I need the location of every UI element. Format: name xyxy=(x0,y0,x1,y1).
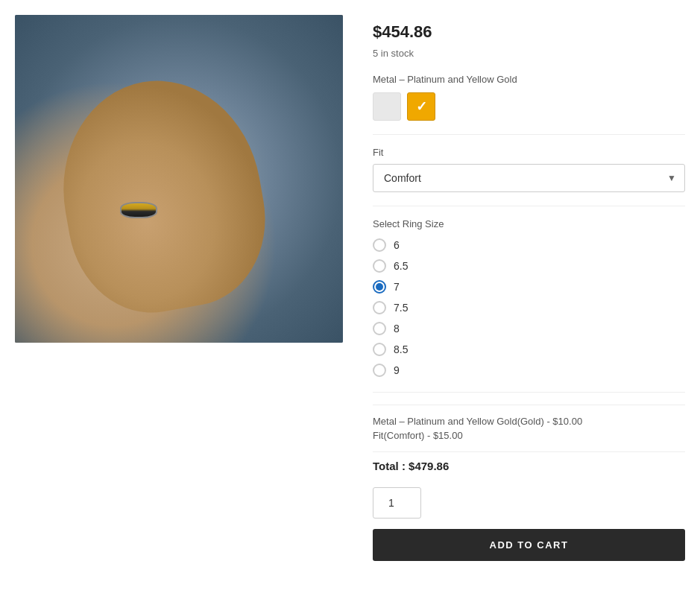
page-container: $454.86 5 in stock Metal – Platinum and … xyxy=(0,0,700,576)
total-price: Total : $479.86 xyxy=(373,451,685,472)
ring-size-6-5-label: 6.5 xyxy=(394,260,408,272)
ring-size-6-5-item[interactable]: 6.5 xyxy=(373,259,685,273)
metal-swatches xyxy=(373,92,685,121)
fit-section: Fit Standard Comfort ▼ xyxy=(373,147,685,192)
divider-2 xyxy=(373,206,685,206)
ring-size-7-5-label: 7.5 xyxy=(394,302,408,314)
hand-shape xyxy=(45,65,279,325)
ring-size-7-radio[interactable] xyxy=(373,280,386,294)
ring-size-section: Select Ring Size 6 6.5 7 7.5 xyxy=(373,218,685,377)
ring-size-radio-group: 6 6.5 7 7.5 8 xyxy=(373,238,685,377)
ring-size-6-item[interactable]: 6 xyxy=(373,238,685,252)
ring-size-6-5-radio[interactable] xyxy=(373,259,386,273)
ring-shape xyxy=(120,202,157,218)
product-price: $454.86 xyxy=(373,22,685,42)
product-image xyxy=(15,15,343,343)
ring-size-6-label: 6 xyxy=(394,239,400,251)
fit-label: Fit xyxy=(373,147,685,158)
ring-size-7-label: 7 xyxy=(394,281,400,293)
product-image-section xyxy=(15,15,343,561)
divider-1 xyxy=(373,134,685,135)
quantity-section xyxy=(373,487,685,519)
ring-size-8-5-radio[interactable] xyxy=(373,343,386,356)
ring-size-8-item[interactable]: 8 xyxy=(373,322,685,335)
ring-size-6-radio[interactable] xyxy=(373,238,386,252)
ring-size-7-item[interactable]: 7 xyxy=(373,280,685,294)
ring-size-9-label: 9 xyxy=(394,364,400,376)
price-breakdown-metal: Metal – Platinum and Yellow Gold(Gold) -… xyxy=(373,416,685,427)
ring-size-9-item[interactable]: 9 xyxy=(373,364,685,377)
add-to-cart-button[interactable]: ADD TO CART xyxy=(373,529,685,561)
metal-option-section: Metal – Platinum and Yellow Gold xyxy=(373,74,685,121)
ring-size-9-radio[interactable] xyxy=(373,364,386,377)
product-details-section: $454.86 5 in stock Metal – Platinum and … xyxy=(373,15,685,561)
metal-option-label: Metal – Platinum and Yellow Gold xyxy=(373,74,685,85)
price-breakdown: Metal – Platinum and Yellow Gold(Gold) -… xyxy=(373,405,685,441)
swatch-gold[interactable] xyxy=(407,92,435,121)
price-breakdown-fit: Fit(Comfort) - $15.00 xyxy=(373,430,685,441)
swatch-platinum[interactable] xyxy=(373,92,401,121)
ring-size-7-5-radio[interactable] xyxy=(373,301,386,314)
product-image-inner xyxy=(15,15,343,343)
ring-size-8-label: 8 xyxy=(394,323,400,335)
ring-size-8-5-label: 8.5 xyxy=(394,343,408,355)
divider-3 xyxy=(373,392,685,393)
fit-select-wrapper: Standard Comfort ▼ xyxy=(373,164,685,192)
stock-info: 5 in stock xyxy=(373,48,685,59)
quantity-input[interactable] xyxy=(373,487,421,519)
ring-size-7-5-item[interactable]: 7.5 xyxy=(373,301,685,314)
ring-size-8-radio[interactable] xyxy=(373,322,386,335)
ring-size-8-5-item[interactable]: 8.5 xyxy=(373,343,685,356)
ring-size-label: Select Ring Size xyxy=(373,218,685,229)
fit-select[interactable]: Standard Comfort xyxy=(373,164,685,192)
